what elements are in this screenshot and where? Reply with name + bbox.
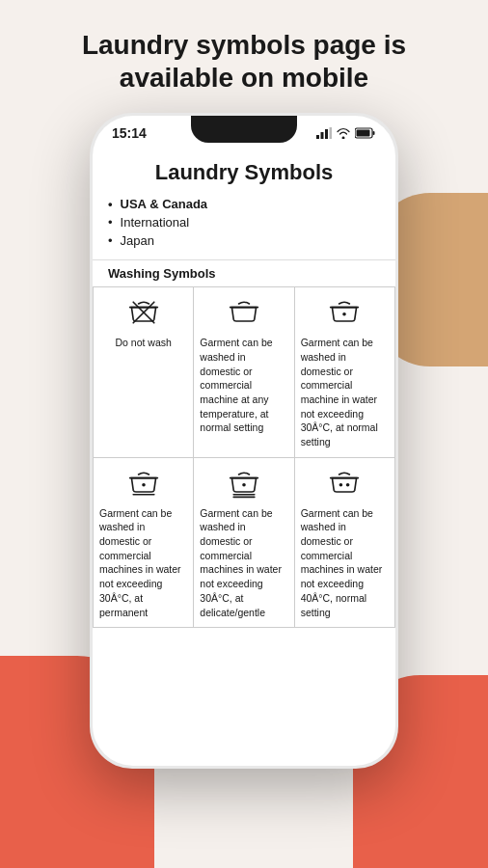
wash-40-normal-text: Garment can be washed in domestic or com… [301, 506, 389, 620]
svg-rect-2 [325, 129, 328, 139]
svg-point-16 [346, 483, 350, 487]
nav-item-japan[interactable]: Japan [108, 233, 380, 248]
svg-rect-3 [330, 127, 333, 139]
symbols-table: Do not wash [93, 286, 395, 628]
do-not-wash-text: Do not wash [115, 336, 171, 350]
nav-item-international[interactable]: International [108, 215, 380, 230]
table-row: Garment can be washed in domestic or com… [94, 457, 395, 628]
table-cell-30-normal: Garment can be washed in domestic or com… [294, 287, 394, 458]
phone-mockup: 15:14 [90, 113, 398, 769]
wash-30-permanent-text: Garment can be washed in domestic or com… [99, 506, 187, 620]
page-title: Laundry symbols page is available on mob… [82, 29, 406, 94]
battery-icon [355, 127, 376, 139]
status-time: 15:14 [112, 125, 147, 141]
table-row: Do not wash [94, 287, 395, 458]
svg-rect-1 [321, 132, 324, 139]
svg-point-9 [343, 312, 347, 316]
nav-item-usa[interactable]: USA & Canada [108, 197, 380, 211]
section-header: Washing Symbols [93, 259, 395, 286]
wash-30-delicate-icon [227, 466, 261, 501]
screen-content[interactable]: Laundry Symbols USA & Canada Internation… [93, 145, 395, 746]
do-not-wash-icon [126, 295, 161, 330]
wash-any-temp-icon [227, 295, 261, 330]
svg-point-12 [242, 483, 246, 487]
app-title: Laundry Symbols [93, 145, 395, 197]
svg-rect-6 [357, 130, 370, 137]
table-cell-40-normal: Garment can be washed in domestic or com… [294, 457, 394, 628]
svg-rect-0 [316, 135, 319, 139]
svg-point-10 [142, 483, 146, 487]
table-cell-30-permanent: Garment can be washed in domestic or com… [94, 457, 194, 628]
wash-30-normal-text: Garment can be washed in domestic or com… [301, 336, 389, 449]
status-icons [316, 127, 376, 139]
phone-screen: 15:14 [93, 116, 395, 766]
wash-30-permanent-icon [126, 466, 161, 501]
svg-rect-5 [373, 131, 375, 135]
svg-point-15 [339, 483, 343, 487]
wash-30-delicate-text: Garment can be washed in domestic or com… [200, 506, 287, 620]
wash-40-normal-icon [327, 466, 362, 501]
wifi-icon [336, 127, 351, 139]
table-cell-30-delicate: Garment can be washed in domestic or com… [194, 457, 294, 628]
phone-notch [191, 116, 297, 143]
wash-any-temp-text: Garment can be washed in domestic or com… [200, 336, 287, 435]
wash-30-normal-icon [327, 295, 362, 330]
nav-list: USA & Canada International Japan [93, 197, 395, 259]
signal-icon [316, 127, 332, 139]
table-cell-any-temp: Garment can be washed in domestic or com… [194, 287, 294, 458]
table-cell-do-not-wash: Do not wash [94, 287, 194, 458]
